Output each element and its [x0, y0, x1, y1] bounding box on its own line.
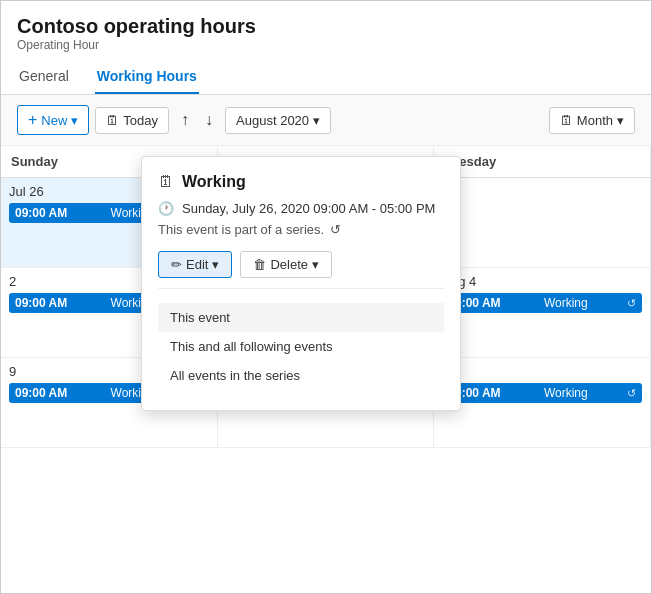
calendar-cell: 11 09:00 AM Working ↺ — [434, 358, 651, 448]
popup-series-row: This event is part of a series. ↺ — [158, 222, 444, 237]
period-label: August 2020 — [236, 113, 309, 128]
delete-label: Delete — [270, 257, 308, 272]
delete-button[interactable]: 🗑 Delete ▾ — [240, 251, 332, 278]
calendar-icon: 🗓 — [106, 113, 119, 128]
clock-icon: 🕐 — [158, 201, 174, 216]
event-popup: 🗓 Working 🕐 Sunday, July 26, 2020 09:00 … — [141, 156, 461, 411]
event-name: Working — [544, 296, 588, 310]
calendar: Sunday Monday Tuesday Jul 26 09:00 AM Wo… — [1, 146, 651, 448]
event-time: 09:00 AM — [15, 386, 67, 400]
edit-chevron-icon: ▾ — [212, 257, 219, 272]
edit-label: Edit — [186, 257, 208, 272]
new-button[interactable]: + New ▾ — [17, 105, 89, 135]
tab-bar: General Working Hours — [17, 60, 635, 94]
tab-working-hours[interactable]: Working Hours — [95, 60, 199, 94]
event-bar[interactable]: 09:00 AM Working ↺ — [442, 293, 642, 313]
app-subtitle: Operating Hour — [17, 38, 635, 52]
series-recurrence-icon: ↺ — [330, 222, 341, 237]
popup-series-text: This event is part of a series. — [158, 222, 324, 237]
month-button[interactable]: 🗓 Month ▾ — [549, 107, 635, 134]
edit-icon: ✏ — [171, 257, 182, 272]
day-header-tuesday: Tuesday — [434, 146, 651, 177]
delete-icon: 🗑 — [253, 257, 266, 272]
calendar-cell: 28 — [434, 178, 651, 268]
nav-arrows: ↑ ↓ — [175, 107, 219, 133]
event-bar[interactable]: 09:00 AM Working ↺ — [442, 383, 642, 403]
edit-button[interactable]: ✏ Edit ▾ — [158, 251, 232, 278]
prev-button[interactable]: ↑ — [175, 107, 195, 133]
popup-datetime: Sunday, July 26, 2020 09:00 AM - 05:00 P… — [182, 201, 435, 216]
recurrence-icon: ↺ — [627, 297, 636, 310]
menu-item-this-and-following[interactable]: This and all following events — [158, 332, 444, 361]
popup-title: Working — [182, 173, 246, 191]
event-time: 09:00 AM — [15, 296, 67, 310]
recurrence-icon: ↺ — [627, 387, 636, 400]
month-chevron-icon: ▾ — [617, 113, 624, 128]
event-time: 09:00 AM — [15, 206, 67, 220]
edit-dropdown-menu: This event This and all following events… — [158, 299, 444, 394]
cell-date: 11 — [442, 364, 642, 379]
cell-date: Aug 4 — [442, 274, 642, 289]
month-label: Month — [577, 113, 613, 128]
period-button[interactable]: August 2020 ▾ — [225, 107, 331, 134]
event-name: Working — [544, 386, 588, 400]
popup-datetime-row: 🕐 Sunday, July 26, 2020 09:00 AM - 05:00… — [158, 201, 444, 216]
app-header: Contoso operating hours Operating Hour G… — [1, 1, 651, 95]
period-chevron-icon: ▾ — [313, 113, 320, 128]
tab-general[interactable]: General — [17, 60, 71, 94]
calendar-cell: Aug 4 09:00 AM Working ↺ — [434, 268, 651, 358]
next-button[interactable]: ↓ — [199, 107, 219, 133]
cell-date: 28 — [442, 184, 642, 199]
plus-icon: + — [28, 111, 37, 129]
toolbar: + New ▾ 🗓 Today ↑ ↓ August 2020 ▾ 🗓 Mont… — [1, 95, 651, 146]
menu-item-this-event[interactable]: This event — [158, 303, 444, 332]
popup-actions: ✏ Edit ▾ 🗑 Delete ▾ — [158, 251, 444, 289]
popup-title-row: 🗓 Working — [158, 173, 444, 191]
menu-item-all-events[interactable]: All events in the series — [158, 361, 444, 390]
new-label: New — [41, 113, 67, 128]
today-label: Today — [123, 113, 158, 128]
calendar-small-icon: 🗓 — [560, 113, 573, 128]
today-button[interactable]: 🗓 Today — [95, 107, 169, 134]
event-calendar-icon: 🗓 — [158, 173, 174, 191]
new-chevron-icon: ▾ — [71, 113, 78, 128]
delete-chevron-icon: ▾ — [312, 257, 319, 272]
app-title: Contoso operating hours — [17, 15, 635, 38]
